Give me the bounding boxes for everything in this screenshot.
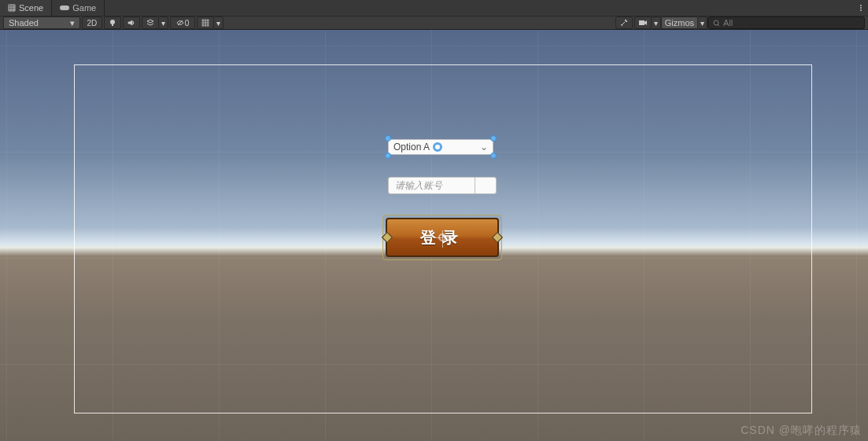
lightbulb-icon	[109, 19, 116, 27]
audio-toggle[interactable]	[123, 17, 140, 29]
resize-handle[interactable]	[490, 153, 497, 159]
chevron-down-icon: ⌄	[480, 141, 488, 153]
account-input[interactable]: 请输入账号	[388, 177, 497, 194]
kebab-icon	[857, 4, 865, 12]
svg-point-1	[860, 5, 862, 6]
speaker-icon	[127, 19, 135, 27]
svg-point-2	[860, 7, 862, 9]
login-button[interactable]: 登录	[386, 218, 499, 257]
dropdown-value: Option A	[393, 141, 430, 153]
svg-point-3	[860, 9, 862, 11]
search-placeholder: All	[723, 18, 733, 28]
scene-toolbar: Shaded ▾ 2D ▾ 0 ▾	[0, 16, 868, 30]
loading-spinner-icon	[433, 142, 442, 152]
gizmos-dropdown[interactable]: ▾	[698, 17, 707, 29]
svg-rect-6	[639, 20, 645, 25]
svg-rect-0	[60, 6, 69, 10]
scene-viewport[interactable]: Option A ⌄ 请输入账号 登录 CSDN @咆哮的程序猿	[0, 30, 868, 441]
layers-icon	[146, 19, 154, 27]
view-2d-label: 2D	[87, 19, 98, 28]
grid-line	[856, 30, 857, 441]
camera-icon	[639, 20, 647, 26]
tab-game-label: Game	[72, 3, 96, 13]
chevron-down-icon: ▾	[216, 19, 220, 28]
lighting-toggle[interactable]	[104, 17, 121, 29]
effects-dropdown[interactable]: ▾	[159, 17, 168, 29]
chevron-down-icon: ▾	[70, 18, 75, 28]
gizmos-toggle[interactable]: Gizmos	[661, 17, 698, 29]
grid-line	[6, 30, 7, 441]
svg-rect-5	[112, 24, 113, 26]
grid-line	[0, 46, 868, 46]
view-tabs: Scene Game	[0, 0, 868, 16]
svg-point-4	[110, 20, 115, 24]
tab-scene[interactable]: Scene	[0, 0, 52, 16]
gizmos-label: Gizmos	[665, 18, 694, 28]
selected-dropdown-element[interactable]: Option A ⌄	[386, 136, 496, 158]
hidden-count-label: 0	[185, 19, 190, 28]
tab-menu-button[interactable]	[854, 0, 868, 16]
chevron-down-icon: ▾	[654, 19, 658, 28]
effects-toggle[interactable]	[142, 17, 159, 29]
grid-icon	[201, 19, 209, 27]
chevron-down-icon: ▾	[700, 19, 704, 28]
shading-mode-dropdown[interactable]: Shaded ▾	[3, 17, 80, 29]
tab-scene-label: Scene	[19, 3, 43, 13]
gamepad-icon	[60, 5, 69, 11]
input-placeholder: 请输入账号	[389, 178, 475, 193]
watermark: CSDN @咆哮的程序猿	[741, 424, 862, 438]
tools-icon	[620, 19, 628, 27]
tools-button[interactable]	[615, 17, 633, 29]
resize-handle[interactable]	[490, 135, 497, 141]
chevron-down-icon: ▾	[161, 19, 165, 28]
grid-snap-toggle[interactable]	[197, 17, 214, 29]
pivot-gizmo-icon	[438, 233, 446, 241]
search-icon	[713, 20, 720, 27]
camera-button[interactable]	[634, 17, 652, 29]
hidden-objects-toggle[interactable]: 0	[170, 17, 195, 29]
resize-handle[interactable]	[385, 135, 391, 141]
view-2d-toggle[interactable]: 2D	[82, 17, 102, 29]
shading-mode-label: Shaded	[9, 18, 39, 28]
scene-search[interactable]: All	[707, 17, 865, 29]
grid-snap-dropdown[interactable]: ▾	[214, 17, 223, 29]
tab-game[interactable]: Game	[52, 0, 105, 16]
login-button-frame: 登录	[382, 215, 502, 260]
camera-dropdown[interactable]: ▾	[652, 17, 661, 29]
scene-grid-icon	[8, 4, 16, 12]
eye-off-icon	[176, 19, 184, 27]
resize-handle[interactable]	[385, 153, 391, 159]
